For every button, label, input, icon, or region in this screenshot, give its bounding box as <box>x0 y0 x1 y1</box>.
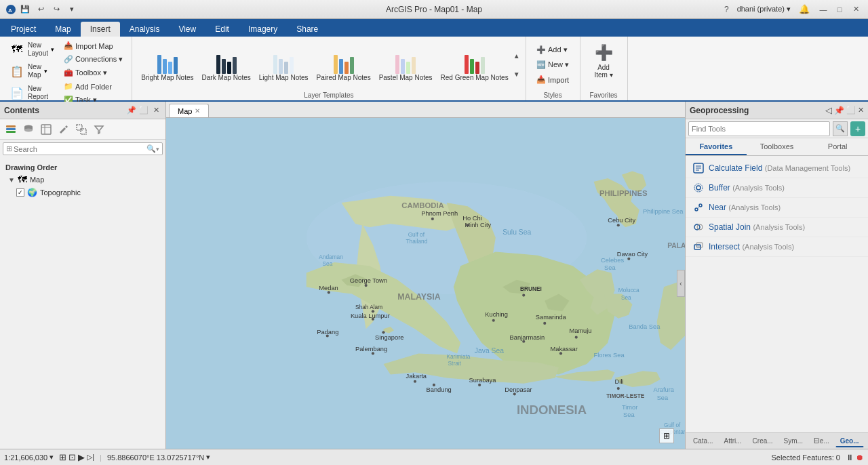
new-report-button[interactable]: 📄 NewReport <box>5 83 58 103</box>
bottom-tab-catalog[interactable]: Cata... <box>688 435 717 447</box>
contents-toolbar <box>0 119 165 140</box>
import-map-button[interactable]: 📥Import Map <box>60 39 126 52</box>
coordinates-dropdown[interactable]: ▾ <box>206 453 210 462</box>
contents-tool-database[interactable] <box>20 121 37 138</box>
toolbox-button[interactable]: 🧰Toolbox ▾ <box>60 66 126 79</box>
contents-search-bar[interactable]: ⊞ 🔍 ▾ <box>3 142 163 155</box>
bottom-tab-attributes[interactable]: Attri... <box>719 435 746 447</box>
tab-project[interactable]: Project <box>1 22 45 37</box>
map-expand-arrow[interactable]: ▼ <box>8 176 15 184</box>
tree-item-map[interactable]: ▼ 🗺 Map <box>3 173 163 186</box>
map-area: Map ✕ <box>166 102 685 449</box>
map-tool-layers[interactable]: ⊞ <box>659 428 674 443</box>
bottom-tab-raster[interactable]: Rast... <box>865 435 868 447</box>
pastel-map-notes-button[interactable]: Pastel Map Notes <box>376 46 436 84</box>
tab-share[interactable]: Share <box>287 22 328 37</box>
geo-tab-portal[interactable]: Portal <box>807 138 868 155</box>
geo-pin-button[interactable]: 📌 <box>834 106 844 115</box>
new-layout-button[interactable]: 🗺 NewLayout ▾ <box>5 39 58 60</box>
user-label[interactable]: dhani (private) ▾ <box>737 5 791 14</box>
contents-close-button[interactable]: ✕ <box>151 105 161 116</box>
tab-view[interactable]: View <box>169 22 205 37</box>
tool-item-intersect[interactable]: Intersect (Analysis Tools) <box>686 237 868 257</box>
bottom-tab-create[interactable]: Crea... <box>748 435 778 447</box>
map-tab-close[interactable]: ✕ <box>195 107 200 115</box>
contents-expand-button[interactable]: ⬜ <box>138 105 149 116</box>
bottom-tab-geo[interactable]: Geo... <box>835 435 864 447</box>
connections-button[interactable]: 🔗Connections ▾ <box>60 53 126 66</box>
tool-item-spatial-join[interactable]: Spatial Join (Analysis Tools) <box>686 218 868 237</box>
playback-stop[interactable]: ⏸ <box>846 453 854 462</box>
add-item-button[interactable]: ➕ AddItem ▾ <box>587 39 620 81</box>
tab-imagery[interactable]: Imagery <box>239 22 287 37</box>
tab-insert[interactable]: Insert <box>81 22 120 37</box>
close-button[interactable]: ✕ <box>849 3 863 16</box>
contents-tool-edit[interactable] <box>56 121 72 138</box>
tree-item-topographic[interactable]: ✓ 🌍 Topographic <box>3 186 163 199</box>
redo-button[interactable]: ↪ <box>50 3 63 16</box>
geo-close-button[interactable]: ✕ <box>858 106 864 115</box>
notification-icon[interactable]: 🔔 <box>799 4 810 14</box>
playback-record[interactable]: ⏺ <box>856 453 864 462</box>
map-canvas[interactable]: Java Sea Celebes Sea Sulu Sea Flores Sea… <box>166 118 685 449</box>
tab-edit[interactable]: Edit <box>205 22 239 37</box>
light-map-notes-button[interactable]: Light Map Notes <box>256 46 312 84</box>
styles-add-button[interactable]: ➕Add ▾ <box>533 43 572 56</box>
titlebar: A 💾 ↩ ↪ ▾ ArcGIS Pro - Map01 - Map ? dha… <box>0 0 868 19</box>
new-map-button[interactable]: 📋 NewMap ▾ <box>5 61 58 81</box>
maximize-button[interactable]: □ <box>833 3 846 16</box>
scale-dropdown[interactable]: ▾ <box>50 453 54 462</box>
help-button[interactable]: ? <box>724 5 729 14</box>
tool-item-calculate-field[interactable]: Calculate Field (Data Management Tools) <box>686 159 868 178</box>
ribbon-group-favorites: ➕ AddItem ▾ Favorites <box>580 37 628 100</box>
svg-point-92 <box>694 184 703 192</box>
tool-item-buffer[interactable]: Buffer (Analysis Tools) <box>686 178 868 198</box>
contents-tool-layer[interactable] <box>3 121 19 138</box>
extent-button-4[interactable]: ▷| <box>87 453 94 462</box>
quick-access-dropdown[interactable]: ▾ <box>65 3 79 16</box>
contents-tool-table[interactable] <box>38 121 54 138</box>
extent-button-2[interactable]: ⊡ <box>68 452 76 462</box>
bottom-tab-symbology[interactable]: Sym... <box>779 435 808 447</box>
contents-tool-select[interactable] <box>73 121 90 138</box>
contents-tool-filter[interactable] <box>91 121 107 138</box>
contents-search-input[interactable] <box>14 145 145 153</box>
search-icon[interactable]: 🔍 <box>146 144 156 153</box>
geo-expand-button[interactable]: ⬜ <box>846 106 856 115</box>
red-green-map-notes-button[interactable]: Red Green Map Notes <box>437 46 512 84</box>
tab-analysis[interactable]: Analysis <box>120 22 170 37</box>
tool-item-near[interactable]: Near (Analysis Tools) <box>686 198 868 218</box>
titlebar-left: A 💾 ↩ ↪ ▾ <box>5 3 79 16</box>
layer-templates-scroll-up[interactable]: ▲ ▼ <box>513 52 520 78</box>
save-button[interactable]: 💾 <box>18 3 32 16</box>
styles-import-button[interactable]: 📥Import <box>533 73 572 86</box>
geo-search-button[interactable]: 🔍 <box>833 121 848 136</box>
add-folder-button[interactable]: 📁Add Folder <box>60 80 126 93</box>
geo-tab-toolboxes[interactable]: Toolboxes <box>747 138 808 155</box>
geo-back-button[interactable]: ◁ <box>825 105 832 115</box>
topographic-checkbox[interactable]: ✓ <box>16 188 24 197</box>
map-tab-map[interactable]: Map ✕ <box>169 104 209 117</box>
svg-point-61 <box>543 322 546 325</box>
dark-map-notes-button[interactable]: Dark Map Notes <box>199 46 254 84</box>
scale-selector[interactable]: 1:21,606,030 ▾ <box>4 453 54 462</box>
map-collapse-handle[interactable]: ‹ <box>677 270 685 297</box>
bright-map-notes-button[interactable]: Bright Map Notes <box>138 46 197 84</box>
minimize-button[interactable]: — <box>816 3 830 16</box>
paired-map-notes-button[interactable]: Paired Map Notes <box>313 46 374 84</box>
extent-button-3[interactable]: ▶ <box>78 452 85 462</box>
favorites-label: Favorites <box>589 92 617 99</box>
contents-pin-button[interactable]: 📌 <box>126 105 137 116</box>
geo-search-input[interactable] <box>688 121 830 136</box>
svg-rect-12 <box>81 129 86 134</box>
extent-button-1[interactable]: ⊞ <box>59 452 66 462</box>
geo-tab-favorites[interactable]: Favorites <box>686 138 747 155</box>
undo-button[interactable]: ↩ <box>34 3 47 16</box>
search-dropdown-icon[interactable]: ▾ <box>156 146 159 153</box>
svg-point-7 <box>24 128 33 132</box>
bottom-tab-element[interactable]: Ele... <box>809 435 834 447</box>
svg-rect-100 <box>696 245 701 247</box>
tab-map[interactable]: Map <box>45 22 80 37</box>
styles-new-button[interactable]: 🆕New ▾ <box>533 58 572 71</box>
geo-add-button[interactable]: + <box>850 121 865 136</box>
